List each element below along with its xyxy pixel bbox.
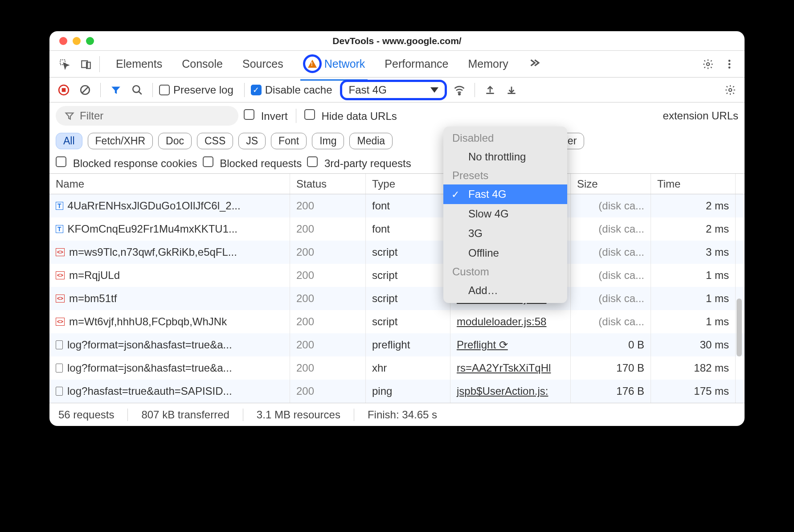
col-size[interactable]: Size [571,174,651,194]
settings-icon[interactable] [697,53,719,75]
cell-size: (disk ca... [571,310,651,333]
blocked-requests-checkbox[interactable]: Blocked requests [203,156,302,170]
dropdown-section-custom: Custom [443,263,567,281]
disable-cache-checkbox[interactable]: ✓ Disable cache [251,84,332,96]
col-status[interactable]: Status [290,174,366,194]
filter-pill-js[interactable]: JS [238,133,266,149]
status-transferred: 807 kB transferred [141,409,229,421]
cell-name: <>m=bm51tf [49,287,290,310]
import-har-icon[interactable] [481,81,499,99]
table-row[interactable]: T4UaRrENHsxJlGDuGo1OIlJfC6l_2...200fonth… [49,194,745,217]
cell-size: 0 B [571,333,651,356]
throttle-option-slow-4g[interactable]: Slow 4G [443,204,567,224]
filter-pill-css[interactable]: CSS [197,133,233,149]
preserve-log-label: Preserve log [173,84,233,96]
table-row[interactable]: <>m=RqjULd200script58(disk ca...1 ms [49,264,745,287]
status-resources: 3.1 MB resources [257,409,340,421]
filter-pill-fetch-xhr[interactable]: Fetch/XHR [88,133,153,149]
more-icon[interactable] [719,53,740,75]
cell-time: 30 ms [651,333,736,356]
divider [99,56,100,72]
cell-name: <>m=RqjULd [49,264,290,287]
network-table: Name Status Type Initiator Size Time T4U… [49,173,745,403]
table-row[interactable]: log?format=json&hasfast=true&a...200pref… [49,333,745,356]
table-row[interactable]: log?format=json&hasfast=true&a...200xhrr… [49,356,745,380]
toggle-device-icon[interactable] [75,53,97,75]
tab-sources[interactable]: Sources [240,51,286,77]
table-row[interactable]: TKFOmCnqEu92Fr1Mu4mxKKTU1...200fonth3:(d… [49,217,745,241]
table-row[interactable]: <>m=ws9Tlc,n73qwf,GkRiKb,e5qFL...200scri… [49,241,745,264]
cell-status: 200 [290,287,366,310]
network-conditions-icon[interactable] [450,81,468,99]
table-row[interactable]: log?hasfast=true&auth=SAPISID...200pingj… [49,380,745,403]
table-row[interactable]: <>m=bm51tf200scriptmoduleloader.js:58(di… [49,287,745,310]
throttle-option-no-throttling[interactable]: No throttling [443,147,567,167]
script-file-icon: <> [56,295,65,303]
svg-point-11 [459,93,461,95]
check-icon: ✓ [451,189,459,201]
initiator-link[interactable]: Preflight ⟳ [457,339,508,351]
checkbox-icon [307,156,318,167]
cell-size: (disk ca... [571,194,651,217]
request-name: log?hasfast=true&auth=SAPISID... [67,385,232,397]
throttle-option-fast-4g[interactable]: ✓ Fast 4G [443,184,567,204]
preserve-log-checkbox[interactable]: Preserve log [159,84,233,96]
tabs-overflow-icon[interactable] [525,51,542,78]
checkbox-icon [244,109,254,120]
divider [243,409,243,421]
cell-status: 200 [290,241,366,264]
checkbox-icon [56,156,66,167]
cell-time: 2 ms [651,194,736,217]
initiator-link[interactable]: jspb$UserAction.js: [457,385,548,397]
resource-type-filters: All Fetch/XHR Doc CSS JS Font Img Media … [49,129,745,153]
col-time[interactable]: Time [651,174,736,194]
checkbox-checked-icon: ✓ [251,85,262,95]
document-file-icon [56,364,63,372]
third-party-checkbox[interactable]: 3rd-party requests [307,156,411,170]
divider [296,109,296,123]
document-file-icon [56,387,63,396]
filter-pill-all[interactable]: All [56,133,82,149]
filter-input[interactable]: Filter [56,106,238,126]
hide-data-urls-checkbox[interactable]: Hide data URLs [304,109,397,123]
throttling-select[interactable]: Fast 4G [340,80,447,100]
invert-checkbox[interactable]: Invert [244,109,288,123]
maximize-window-button[interactable] [86,37,94,45]
table-header: Name Status Type Initiator Size Time [49,174,745,194]
close-window-button[interactable] [59,37,67,45]
throttle-option-add[interactable]: Add… [443,281,567,300]
divider [244,83,245,97]
cell-type: ping [366,380,450,403]
request-name: log?format=json&hasfast=true&a... [67,339,232,351]
tab-memory[interactable]: Memory [465,51,511,77]
network-settings-icon[interactable] [721,81,739,99]
clear-button[interactable] [76,81,94,99]
filter-pill-doc[interactable]: Doc [158,133,192,149]
record-button[interactable] [55,81,73,99]
tab-elements[interactable]: Elements [113,51,165,77]
filter-toggle-icon[interactable] [107,81,125,99]
initiator-link[interactable]: moduleloader.js:58 [457,315,546,328]
cell-time: 3 ms [651,241,736,264]
divider [354,409,354,421]
scrollbar[interactable] [737,299,742,356]
col-type[interactable]: Type [366,174,450,194]
minimize-window-button[interactable] [73,37,81,45]
initiator-link[interactable]: rs=AA2YrTskXiTqHl [457,362,551,374]
blocked-response-cookies-checkbox[interactable]: Blocked response cookies [56,156,197,170]
search-icon[interactable] [128,81,146,99]
throttle-option-3g[interactable]: 3G [443,224,567,243]
checkbox-icon [159,85,170,95]
col-name[interactable]: Name [49,174,290,194]
filter-pill-font[interactable]: Font [271,133,307,149]
tab-console[interactable]: Console [179,51,225,77]
throttle-option-offline[interactable]: Offline [443,243,567,263]
tab-performance[interactable]: Performance [382,51,451,77]
inspect-element-icon[interactable] [54,53,75,75]
tab-network[interactable]: Network [300,48,368,81]
export-har-icon[interactable] [503,81,520,99]
filter-pill-media[interactable]: Media [349,133,393,149]
filter-pill-img[interactable]: Img [312,133,344,149]
traffic-lights [49,37,94,45]
table-row[interactable]: <>m=Wt6vjf,hhhU8,FCpbqb,WhJNk200scriptmo… [49,310,745,333]
